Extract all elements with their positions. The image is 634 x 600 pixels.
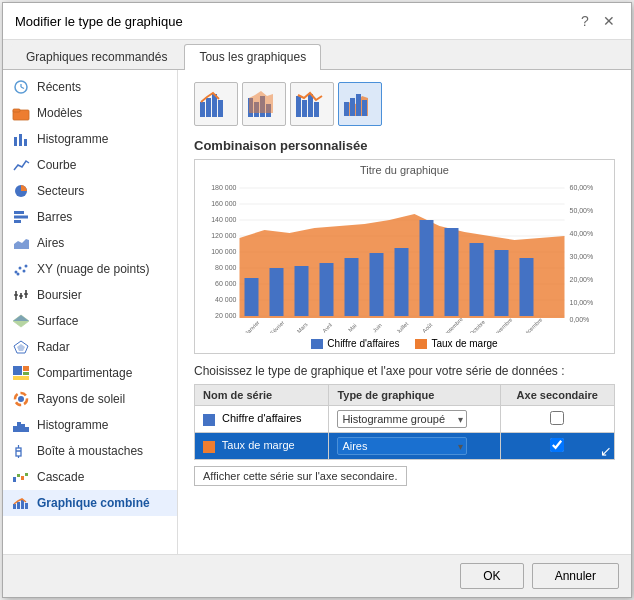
svg-rect-59	[296, 96, 301, 117]
svg-rect-28	[13, 366, 22, 375]
sidebar-label-histogramme2: Histogramme	[37, 418, 108, 432]
svg-rect-62	[314, 102, 319, 117]
tab-recommended[interactable]: Graphiques recommandés	[11, 44, 182, 69]
svg-marker-58	[249, 91, 273, 113]
histogram-icon	[11, 417, 31, 433]
svg-line-2	[21, 87, 24, 89]
svg-rect-4	[13, 109, 20, 112]
sidebar-item-recents[interactable]: Récents	[3, 74, 177, 100]
sidebar-label-combine: Graphique combiné	[37, 496, 150, 510]
chart-type-btn-4[interactable]	[338, 82, 382, 126]
row1-type-cell: Histogramme groupé Aires Courbe	[329, 406, 500, 433]
row1-type-select[interactable]: Histogramme groupé Aires Courbe	[337, 410, 467, 428]
tab-all-charts[interactable]: Tous les graphiques	[184, 44, 321, 70]
svg-rect-5	[14, 137, 17, 146]
svg-rect-43	[17, 474, 20, 477]
sidebar-label-barres: Barres	[37, 210, 72, 224]
svg-rect-6	[19, 134, 22, 146]
svg-rect-44	[21, 476, 24, 480]
sidebar-item-compartimentage[interactable]: Compartimentage	[3, 360, 177, 386]
svg-rect-30	[23, 372, 29, 375]
sidebar-label-radar: Radar	[37, 340, 70, 354]
svg-rect-9	[14, 211, 24, 214]
waterfall-icon	[11, 469, 31, 485]
sidebar-label-compartimentage: Compartimentage	[37, 366, 132, 380]
title-bar-buttons: ? ✕	[575, 11, 619, 31]
svg-rect-67	[362, 100, 367, 116]
svg-text:Octobre: Octobre	[468, 319, 486, 333]
sidebar-item-surface[interactable]: Surface	[3, 308, 177, 334]
sidebar-item-barres[interactable]: Barres	[3, 204, 177, 230]
legend-color-chiffre	[311, 339, 323, 349]
row1-color-box	[203, 414, 215, 426]
svg-text:20,00%: 20,00%	[570, 276, 594, 283]
svg-rect-7	[24, 139, 27, 146]
svg-text:120 000: 120 000	[211, 232, 236, 239]
svg-point-16	[25, 265, 28, 268]
series-row-2: Taux de marge Aires Histogramme groupé C…	[195, 433, 615, 460]
chart-preview: Titre du graphique 180 000 160 000 140 0…	[194, 159, 615, 354]
sidebar-item-radar[interactable]: Radar	[3, 334, 177, 360]
legend-label-taux: Taux de marge	[431, 338, 497, 349]
svg-rect-101	[420, 220, 434, 316]
tooltip-text: Afficher cette série sur l'axe secondair…	[194, 466, 407, 486]
sidebar-item-boite[interactable]: Boîte à moustaches	[3, 438, 177, 464]
sidebar-item-boursier[interactable]: Boursier	[3, 282, 177, 308]
chart-type-btn-1[interactable]	[194, 82, 238, 126]
ok-button[interactable]: OK	[460, 563, 523, 589]
svg-rect-97	[320, 263, 334, 316]
chart-type-btn-3[interactable]	[290, 82, 334, 126]
row1-select-wrapper: Histogramme groupé Aires Courbe	[337, 410, 467, 428]
sidebar-item-xy[interactable]: XY (nuage de points)	[3, 256, 177, 282]
row2-secondary-cell: ↙	[500, 433, 614, 460]
radar-chart-icon	[11, 339, 31, 355]
svg-rect-95	[270, 268, 284, 316]
bar-chart-icon	[11, 131, 31, 147]
svg-text:Novembre: Novembre	[491, 317, 513, 333]
legend-label-chiffre: Chiffre d'affaires	[327, 338, 399, 349]
col-header-nom: Nom de série	[195, 385, 329, 406]
sidebar-item-histogramme[interactable]: Histogramme	[3, 126, 177, 152]
svg-rect-50	[200, 102, 205, 117]
sidebar-item-rayons[interactable]: Rayons de soleil	[3, 386, 177, 412]
svg-rect-11	[14, 220, 21, 223]
tooltip-container: Afficher cette série sur l'axe secondair…	[194, 464, 615, 486]
svg-rect-51	[206, 98, 211, 117]
cancel-button[interactable]: Annuler	[532, 563, 619, 589]
pie-chart-icon	[11, 183, 31, 199]
help-button[interactable]: ?	[575, 11, 595, 31]
close-button[interactable]: ✕	[599, 11, 619, 31]
row2-select-wrapper: Aires Histogramme groupé Courbe	[337, 437, 467, 455]
sidebar-item-modeles[interactable]: Modèles	[3, 100, 177, 126]
svg-rect-29	[23, 366, 29, 371]
svg-rect-36	[21, 424, 25, 432]
svg-text:180 000: 180 000	[211, 184, 236, 191]
svg-text:Juillet: Juillet	[395, 320, 410, 333]
sidebar-item-histogramme2[interactable]: Histogramme	[3, 412, 177, 438]
sidebar-item-cascade[interactable]: Cascade	[3, 464, 177, 490]
sidebar-item-secteurs[interactable]: Secteurs	[3, 178, 177, 204]
row1-secondary-checkbox[interactable]	[550, 411, 564, 425]
sidebar-item-aires[interactable]: Aires	[3, 230, 177, 256]
legend-color-taux	[415, 339, 427, 349]
sunburst-icon	[11, 391, 31, 407]
svg-text:100 000: 100 000	[211, 248, 236, 255]
svg-rect-64	[344, 102, 349, 116]
svg-text:Juin: Juin	[372, 322, 383, 333]
sidebar-item-courbe[interactable]: Courbe	[3, 152, 177, 178]
svg-rect-104	[495, 250, 509, 316]
svg-rect-34	[13, 426, 17, 432]
row1-name: Chiffre d'affaires	[222, 412, 301, 424]
svg-text:Décembre: Décembre	[521, 317, 543, 333]
row2-type-select[interactable]: Aires Histogramme groupé Courbe	[337, 437, 467, 455]
svg-rect-99	[370, 253, 384, 316]
chart-type-btn-2[interactable]	[242, 82, 286, 126]
svg-rect-100	[395, 248, 409, 316]
svg-text:0,00%: 0,00%	[570, 316, 590, 323]
row2-secondary-checkbox[interactable]	[550, 438, 564, 452]
sidebar-item-combine[interactable]: Graphique combiné	[3, 490, 177, 516]
svg-text:40 000: 40 000	[215, 296, 237, 303]
footer-buttons: OK Annuler	[3, 554, 631, 597]
line-chart-icon	[11, 157, 31, 173]
sidebar-label-surface: Surface	[37, 314, 78, 328]
